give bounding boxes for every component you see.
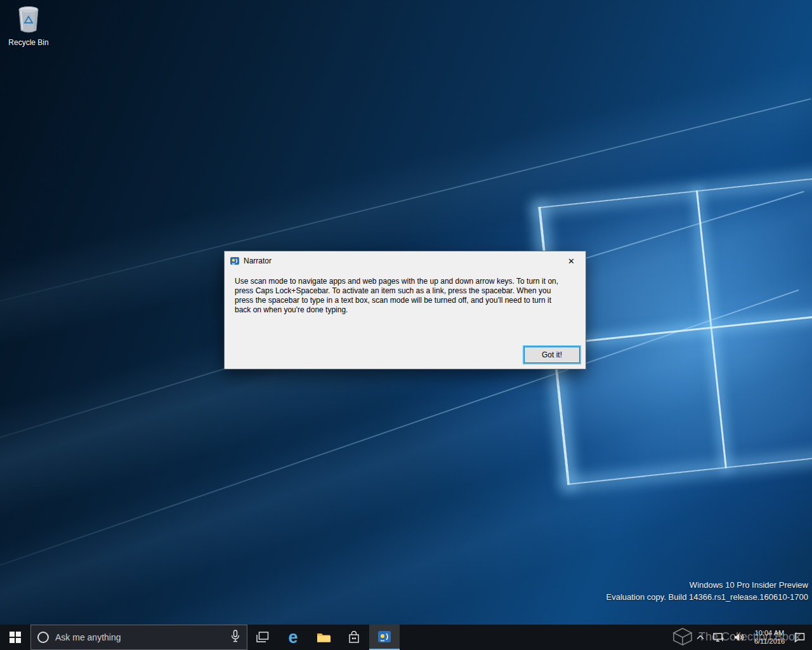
dialog-title: Narrator	[244, 256, 557, 265]
taskbar: e	[0, 625, 812, 650]
narrator-icon	[377, 630, 391, 644]
network-tray-button[interactable]	[709, 625, 729, 650]
action-center-button[interactable]	[790, 625, 809, 650]
store-icon	[348, 631, 360, 644]
dialog-message: Use scan mode to navigate apps and web p…	[225, 270, 580, 315]
store-button[interactable]	[339, 625, 369, 650]
taskbar-clock[interactable]: 10:04 AM 6/11/2016	[749, 629, 790, 646]
task-view-button[interactable]	[247, 625, 278, 650]
volume-tray-button[interactable]	[729, 625, 749, 650]
close-icon[interactable]: ✕	[557, 252, 586, 270]
got-it-button[interactable]: Got it!	[524, 347, 580, 363]
taskbar-spacer	[400, 625, 692, 650]
volume-icon	[733, 632, 745, 642]
start-button[interactable]	[0, 625, 30, 650]
dialog-footer: Got it!	[524, 347, 580, 363]
file-explorer-button[interactable]	[308, 625, 339, 650]
edge-icon: e	[288, 629, 298, 646]
microphone-icon[interactable]	[230, 630, 240, 645]
clock-date: 6/11/2016	[754, 637, 785, 646]
network-icon	[713, 632, 724, 642]
dialog-titlebar[interactable]: Narrator ✕	[225, 251, 586, 270]
system-tray: 10:04 AM 6/11/2016	[692, 625, 812, 650]
recycle-bin-icon	[15, 4, 43, 34]
clock-time: 10:04 AM	[754, 629, 785, 637]
narrator-dialog: Narrator ✕ Use scan mode to navigate app…	[224, 251, 586, 369]
edge-button[interactable]: e	[278, 625, 308, 650]
action-center-icon	[794, 632, 805, 642]
watermark-line-2: Evaluation copy. Build 14366.rs1_release…	[606, 591, 809, 603]
recycle-bin[interactable]: Recycle Bin	[5, 4, 52, 47]
chevron-up-icon	[697, 635, 704, 640]
recycle-bin-label: Recycle Bin	[5, 38, 52, 47]
watermark-line-1: Windows 10 Pro Insider Preview	[606, 579, 809, 591]
cortana-icon	[37, 632, 49, 643]
task-view-icon	[256, 632, 269, 643]
desktop-watermark: Windows 10 Pro Insider Preview Evaluatio…	[606, 579, 809, 603]
windows-logo-icon	[10, 632, 21, 643]
file-explorer-icon	[317, 632, 331, 643]
desktop: Recycle Bin Windows 10 Pro Insider Previ…	[0, 0, 812, 625]
narrator-app-icon	[230, 256, 240, 266]
narrator-taskbar-button[interactable]	[369, 625, 400, 650]
tray-chevron-button[interactable]	[692, 625, 709, 650]
close-glyph: ✕	[568, 256, 575, 266]
taskbar-search[interactable]	[30, 625, 247, 650]
search-input[interactable]	[49, 632, 230, 642]
